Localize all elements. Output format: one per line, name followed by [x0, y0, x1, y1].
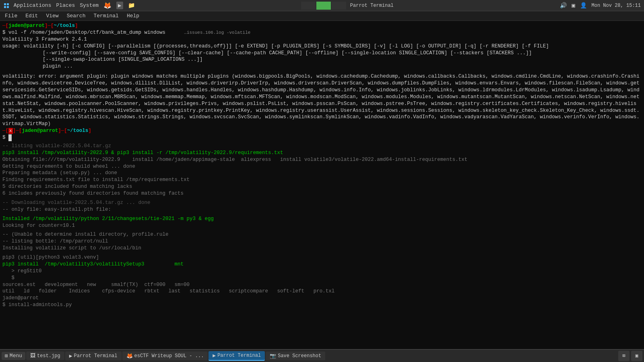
usage-line-3: [--single-swap-locations [SINGLE_SWAP_LO…	[2, 56, 642, 63]
prompt-dir-1: ~/tools	[54, 23, 75, 29]
prompt-sep-1: ]─[	[45, 23, 54, 29]
terminal-task-icon-1: ▶	[69, 353, 72, 359]
bracket-open-2: ─[	[2, 128, 8, 134]
window-list-btn[interactable]: ▣	[631, 351, 642, 361]
usage-line-4: plugin ...	[2, 63, 642, 70]
task-parrot-terminal-1[interactable]: ▶ Parrot Terminal	[65, 352, 122, 360]
out-dim-2: Obtaining file:///tmp/volatility-2022.9 …	[2, 156, 642, 163]
show-desktop-btn[interactable]: ⊞	[618, 351, 630, 361]
sys-bar-right: 🔊 ▣ 👤 Mon Nov 28, 15:11	[560, 2, 641, 9]
prompt-sep-2: ]─[	[58, 128, 67, 134]
svg-rect-3	[7, 6, 9, 8]
menu-help[interactable]: Help	[124, 12, 142, 20]
image-icon: 🖼	[30, 353, 35, 359]
out-dim-12: -- listing bottle: /tmp/parrot/null	[2, 238, 642, 245]
task-esctf-label: esCTF Writeup SOUL - ...	[134, 353, 204, 359]
cmd-line-1: $ vol -f /home/jaden/Desktop/ctf/bank_at…	[2, 29, 642, 36]
out-dim-13: Installing volatilize script to /usr/loc…	[2, 245, 642, 252]
task-test-jpg-label: test.jpg	[37, 353, 60, 359]
out-green-1: pip3 install /tmp/volatility-2022.9 & pi…	[2, 150, 642, 156]
menu-label[interactable]: Menu	[10, 353, 22, 359]
usage-line-2: [--write-config] [--save-config SAVE_CON…	[2, 50, 642, 57]
task-parrot-terminal-1-label: Parrot Terminal	[74, 353, 117, 359]
svg-rect-1	[7, 3, 9, 5]
cmd-line-2: $	[2, 134, 642, 141]
system-bar: Applications Places System 🦊 ▶ 📁 Parrot …	[0, 0, 644, 11]
svg-rect-0	[4, 3, 6, 5]
out-dim-5: Finding requirements.txt file to install…	[2, 177, 642, 183]
taskbar: ⊞ Menu 🖼 test.jpg ▶ Parrot Terminal 🦊 es…	[0, 349, 644, 362]
bracket-open-1: ─[	[2, 23, 8, 29]
out-green-3: pip3 install /tmp/volatility3/volatility…	[2, 261, 642, 268]
usage-line: usage: volatility [-h] [-c CONFIG] [--pa…	[2, 43, 642, 50]
clock: Mon Nov 28, 15:11	[592, 3, 641, 8]
menu-grid-icon: ⊞	[5, 353, 8, 359]
out-dim-8: -- Downloading volatile-2022.5.04.tar.gz…	[2, 200, 642, 206]
menu-button[interactable]: ⊞ Menu	[2, 352, 25, 360]
out-dim-4: Preparing metadata (setup.py) ... done	[2, 170, 642, 177]
user-icon[interactable]: 👤	[580, 2, 587, 9]
menu-bar: File Edit View Search Terminal Help	[0, 11, 644, 21]
firefox-task-icon: 🦊	[126, 353, 133, 359]
volume-icon[interactable]: 🔊	[560, 2, 567, 9]
taskbar-preview	[301, 2, 346, 10]
sys-bar-left: Applications Places System 🦊 ▶ 📁	[3, 2, 135, 10]
task-save-screenshot-label: Save Screenshot	[278, 353, 321, 359]
task-save-screenshot[interactable]: 📷 Save Screenshot	[266, 352, 325, 360]
task-parrot-terminal-2[interactable]: ▶ Parrot Terminal	[208, 351, 265, 361]
file-manager-icon[interactable]: 📁	[128, 2, 135, 9]
menu-edit[interactable]: Edit	[22, 12, 41, 20]
out-dim-19: jaden@parrot	[2, 295, 642, 302]
places-menu[interactable]: Places	[56, 2, 75, 8]
blank-1	[2, 70, 642, 73]
taskbar-right: ⊞ ▣	[618, 351, 642, 361]
menu-terminal[interactable]: Terminal	[90, 12, 122, 20]
task-test-jpg[interactable]: 🖼 test.jpg	[26, 352, 64, 360]
bracket-close-1: ]	[75, 23, 78, 29]
out-dim-14: pip3 (util)[python3 volat3.venv]	[2, 254, 642, 261]
out-dim-11: -- (Unable to determine install director…	[2, 231, 642, 238]
bracket-close-2: ]	[88, 128, 91, 134]
out-dim-3: Getting requirements to build wheel ... …	[2, 163, 642, 170]
out-dim-7: 6 includes previously found directories …	[2, 190, 642, 197]
out-dim-20: $ install-admintools.py	[2, 302, 642, 309]
terminal-area[interactable]: ─[jaden@parrot]─[~/tools] $ vol -f /home…	[0, 21, 644, 349]
task-esctf-writeup[interactable]: 🦊 esCTF Writeup SOUL - ...	[122, 352, 208, 360]
prompt-dir-2: ~/tools	[67, 128, 89, 134]
svg-rect-2	[4, 6, 6, 8]
applications-menu[interactable]: Applications	[3, 2, 51, 9]
window-title: Parrot Terminal	[350, 3, 394, 8]
out-dim-15: > regStit0	[2, 268, 642, 275]
out-green-2: Installed /tmp/volatility/python 2/11/ch…	[2, 216, 642, 222]
task-parrot-terminal-2-label: Parrot Terminal	[217, 353, 261, 358]
cursor	[8, 134, 12, 141]
prompt-line-1: ─[jaden@parrot]─[~/tools]	[2, 23, 642, 29]
vol-framework: Volatility 3 Framework 2.4.1	[2, 36, 642, 43]
out-dim-9: -- only file: easy-install.pth file:	[2, 206, 642, 213]
prompt-line-2: ─[x]─[jaden@parrot]─[~/tools]	[2, 128, 642, 134]
error-line: volatility: error: argument plugin: plug…	[2, 73, 642, 128]
terminal-icon[interactable]: ▶	[116, 2, 123, 9]
display-icon[interactable]: ▣	[572, 2, 575, 9]
menu-search[interactable]: Search	[64, 12, 89, 20]
menu-file[interactable]: File	[2, 12, 21, 20]
prompt-user-1: jaden@parrot	[8, 23, 45, 29]
out-dim-16: $	[2, 275, 642, 282]
bracket-x: ]─[	[13, 128, 22, 134]
out-dim-10: Looking for counter=10.1	[2, 222, 642, 229]
menu-view[interactable]: View	[43, 12, 62, 20]
out-dim-18: util ld folder Indices cfps-device rbtxt…	[2, 288, 642, 295]
camera-icon: 📷	[270, 353, 276, 359]
firefox-icon[interactable]: 🦊	[103, 2, 111, 10]
sys-bar-center: Parrot Terminal	[301, 2, 394, 10]
prompt-user-2: jaden@parrot	[22, 128, 58, 134]
system-menu[interactable]: System	[80, 2, 99, 8]
out-dim-6: 5 directories included found matching la…	[2, 183, 642, 190]
terminal-task-icon-2: ▶	[213, 352, 216, 359]
out-dim-1: -- listing volatile-2022.5.04.tar.gz	[2, 143, 642, 150]
out-dim-17: sources.est development new smalf(TX) ct…	[2, 282, 642, 288]
